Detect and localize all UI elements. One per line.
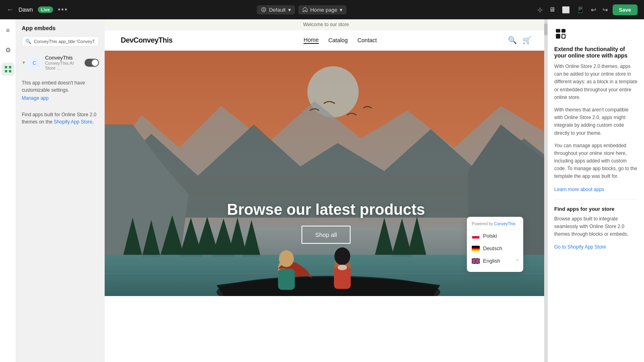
flag-pl-icon	[472, 233, 480, 239]
store-nav: DevConveyThis Home Catalog Contact 🔍 🛒	[105, 30, 547, 51]
default-label: Default	[269, 7, 285, 13]
sidebar-title: App embeds	[22, 25, 99, 31]
conveythis-widget: Powered by ConveyThis Polski Deutsch	[467, 217, 523, 272]
language-item-deutsch[interactable]: Deutsch	[467, 242, 523, 255]
flag-en-icon	[472, 258, 480, 264]
store-logo: DevConveyThis	[121, 36, 173, 45]
apps-grid-icon	[554, 27, 567, 40]
store-menu: Home Catalog Contact	[303, 37, 377, 44]
more-options-button[interactable]: •••	[58, 6, 68, 14]
search-icon: 🔍	[25, 39, 31, 44]
powered-by-text: Powered by ConveyThis	[467, 222, 523, 230]
right-panel-para1: With Online Store 2.0 themes, apps can b…	[554, 63, 638, 101]
hero-area: Browse our latest products Shop all Powe…	[105, 51, 547, 296]
conveythis-app-item: ▼ C ConveyThis ConveyThis:AI Store ...	[22, 52, 99, 73]
svg-point-0	[262, 8, 266, 12]
mobile-view-button[interactable]: 📱	[575, 4, 586, 15]
svg-rect-1	[5, 66, 7, 68]
right-panel-para2: With themes that aren't compatible with …	[554, 106, 638, 137]
no-settings-text: This app embed doesn't have customizable…	[22, 79, 99, 94]
learn-more-link[interactable]: Learn more about apps	[554, 187, 604, 192]
homepage-selector[interactable]: Home page ▾	[298, 5, 347, 14]
svg-point-32	[334, 247, 350, 265]
app-search-input[interactable]	[34, 39, 95, 44]
app-search-box[interactable]: 🔍	[22, 36, 99, 47]
svg-rect-4	[9, 70, 11, 72]
right-panel: Extend the functionality of your online …	[547, 19, 644, 362]
desktop-view-button[interactable]: 🖥	[547, 4, 557, 15]
language-label-polski: Polski	[483, 233, 497, 239]
preview-area: Welcome to our store DevConveyThis Home …	[105, 19, 547, 362]
app-toggle[interactable]	[85, 59, 99, 67]
manage-app-link[interactable]: Manage app	[22, 95, 49, 101]
app-name: ConveyThis	[45, 55, 81, 61]
cart-icon[interactable]: 🛒	[522, 36, 531, 45]
redo-button[interactable]: ↪	[601, 4, 609, 15]
svg-point-34	[338, 265, 347, 270]
store-name: Dawn	[19, 6, 33, 13]
sidebar-icon-settings[interactable]: ⚙	[2, 43, 14, 56]
go-to-shopify-link[interactable]: Go to Shopify App Store	[554, 244, 606, 250]
conveythis-link[interactable]: ConveyThis	[494, 222, 516, 226]
sidebar-icon-rail: ≡ ⚙	[0, 19, 16, 362]
nav-catalog[interactable]: Catalog	[328, 37, 348, 43]
live-badge: Live	[38, 6, 53, 13]
nav-contact[interactable]: Contact	[357, 37, 377, 43]
right-panel-para3: You can manage apps embedded throughout …	[554, 142, 638, 181]
homepage-chevron-icon: ▾	[340, 7, 343, 13]
divider	[554, 199, 638, 200]
preview-scrollbar[interactable]	[544, 19, 547, 362]
language-label-deutsch: Deutsch	[483, 245, 502, 251]
right-panel-title: Extend the functionality of your online …	[554, 46, 638, 59]
sidebar-icon-sections[interactable]: ≡	[2, 24, 14, 37]
sidebar-icon-apps[interactable]	[2, 63, 14, 76]
back-icon[interactable]: ←	[6, 6, 14, 14]
svg-rect-2	[9, 66, 11, 68]
find-apps-desc: Browse apps built to integrate seamlessl…	[554, 215, 638, 239]
save-button[interactable]: Save	[613, 4, 638, 15]
find-apps-text: Find apps built for Online Store 2.0 the…	[22, 111, 99, 125]
shopify-app-store-link[interactable]: Shopify App Store	[54, 119, 92, 125]
tablet-view-button[interactable]: ⬜	[560, 4, 572, 15]
svg-text:C: C	[33, 60, 36, 66]
nav-home[interactable]: Home	[303, 37, 318, 44]
default-selector[interactable]: Default ▾	[257, 5, 295, 14]
language-chevron-icon: ^	[516, 259, 518, 263]
shop-all-button[interactable]: Shop all	[301, 226, 351, 244]
language-item-english[interactable]: English ^	[467, 255, 523, 267]
svg-point-29	[279, 250, 294, 267]
undo-button[interactable]: ↩	[589, 4, 598, 15]
store-icons: 🔍 🛒	[508, 36, 531, 45]
homepage-label: Home page	[310, 7, 337, 13]
hero-text-overlay: Browse our latest products Shop all	[227, 201, 425, 244]
expand-icon[interactable]: ▼	[22, 60, 26, 65]
hero-main-text: Browse our latest products	[227, 201, 425, 218]
flag-de-icon	[472, 246, 480, 251]
svg-rect-30	[278, 269, 295, 290]
language-label-english: English	[483, 258, 500, 264]
app-description: ConveyThis:AI Store ...	[45, 61, 81, 70]
find-apps-title: Find apps for your store	[554, 206, 638, 212]
default-chevron-icon: ▾	[288, 7, 291, 13]
app-icon: C	[29, 56, 42, 69]
svg-rect-3	[5, 70, 7, 72]
cursor-tool-button[interactable]: ⊹	[536, 4, 544, 15]
language-item-polski[interactable]: Polski	[467, 230, 523, 242]
store-announcement-bar: Welcome to our store	[105, 19, 547, 30]
right-panel-header	[554, 27, 638, 40]
search-store-icon[interactable]: 🔍	[508, 36, 517, 45]
